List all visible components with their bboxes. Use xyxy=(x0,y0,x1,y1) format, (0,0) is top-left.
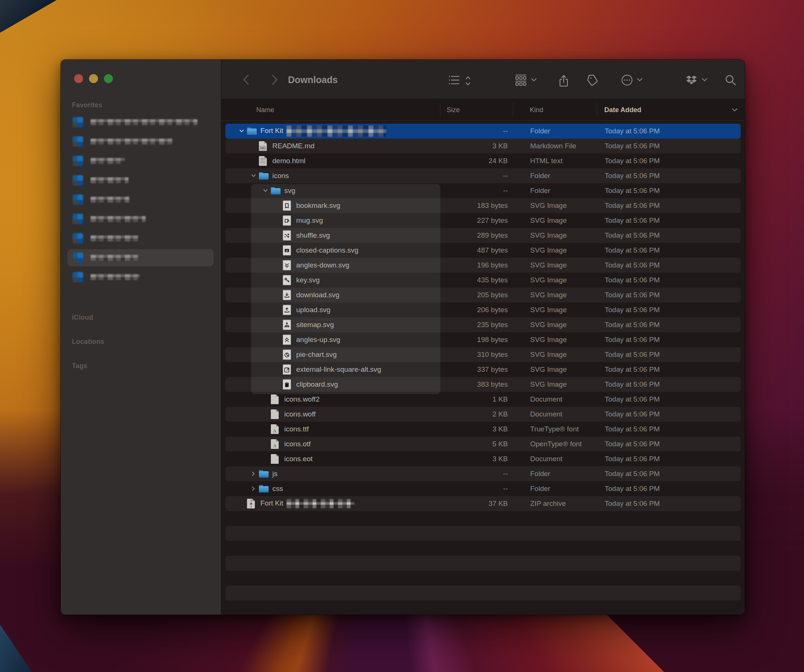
file-name: icons.eot xyxy=(284,455,312,463)
sidebar-item-favorite[interactable] xyxy=(61,152,221,170)
file-kind: HTML text xyxy=(530,157,562,165)
list-view-sort-chevrons[interactable] xyxy=(465,75,471,86)
empty-row-stripe xyxy=(226,586,741,600)
file-kind: SVG Image xyxy=(530,202,567,210)
file-row[interactable]: svg--FolderToday at 5:06 PM xyxy=(226,183,741,198)
file-row[interactable]: Fort Kit37 KBZIP archiveToday at 5:06 PM xyxy=(226,496,741,511)
sidebar-item-favorite[interactable] xyxy=(61,191,221,208)
dropbox-icon[interactable] xyxy=(685,74,698,86)
folder-icon xyxy=(259,172,269,179)
sidebar-item-favorite[interactable] xyxy=(61,172,221,189)
file-name: icons.otf xyxy=(284,440,311,448)
file-row[interactable]: external-link-square-alt.svg337 bytesSVG… xyxy=(226,362,741,377)
close-button[interactable] xyxy=(74,74,83,83)
file-row[interactable]: icons.eot3 KBDocumentToday at 5:06 PM xyxy=(226,452,741,466)
svg-download-icon xyxy=(283,290,291,300)
sidebar-section-locations: Locations xyxy=(72,338,104,346)
sidebar-item-favorite[interactable] xyxy=(61,230,221,247)
file-date-added: Today at 5:06 PM xyxy=(605,187,660,195)
file-size: 198 bytes xyxy=(477,336,508,344)
column-header-size[interactable]: Size xyxy=(447,106,460,114)
group-by-button[interactable] xyxy=(514,74,528,86)
column-header-kind[interactable]: Kind xyxy=(530,106,543,114)
forward-button[interactable] xyxy=(269,72,280,87)
sidebar-item-favorite[interactable] xyxy=(61,210,221,228)
svg-extlink-icon xyxy=(283,365,291,375)
svg-mug-icon xyxy=(283,216,291,226)
file-row[interactable]: CCclosed-captions.svg487 bytesSVG ImageT… xyxy=(226,243,741,258)
disclosure-collapsed-icon[interactable] xyxy=(251,472,257,476)
file-row[interactable]: Fort Kit--FolderToday at 5:06 PM xyxy=(226,124,741,139)
file-date-added: Today at 5:06 PM xyxy=(605,261,660,269)
file-row[interactable]: pie-chart.svg310 bytesSVG ImageToday at … xyxy=(226,347,741,362)
file-kind: Document xyxy=(530,410,562,418)
column-separator[interactable] xyxy=(597,103,597,117)
sidebar-item-favorite[interactable] xyxy=(61,249,221,266)
disclosure-collapsed-icon[interactable] xyxy=(251,487,257,491)
window-title: Downloads xyxy=(288,75,338,85)
column-separator[interactable] xyxy=(440,103,440,117)
file-row[interactable]: sitemap.svg235 bytesSVG ImageToday at 5:… xyxy=(226,317,741,332)
file-row[interactable]: shuffle.svg289 bytesSVG ImageToday at 5:… xyxy=(226,228,741,243)
list-view-button[interactable] xyxy=(448,74,461,86)
finder-window: Favorites iCloud Locations Tags Download… xyxy=(61,60,745,615)
share-button[interactable] xyxy=(557,74,570,88)
file-row[interactable]: angles-up.svg198 bytesSVG ImageToday at … xyxy=(226,332,741,347)
sidebar-item-favorite[interactable] xyxy=(61,114,221,131)
minimize-button[interactable] xyxy=(89,74,98,83)
file-kind: SVG Image xyxy=(530,246,567,254)
sidebar-item-favorite[interactable] xyxy=(61,269,221,286)
sort-direction-chevron-icon[interactable] xyxy=(731,107,739,112)
column-separator[interactable] xyxy=(513,103,513,117)
file-date-added: Today at 5:06 PM xyxy=(605,365,660,374)
file-row[interactable]: icons.woff2 KBDocumentToday at 5:06 PM xyxy=(226,407,741,422)
sidebar-section-tags: Tags xyxy=(72,362,87,370)
disclosure-expanded-icon[interactable] xyxy=(263,189,268,193)
file-row[interactable]: css--FolderToday at 5:06 PM xyxy=(226,481,741,496)
dropbox-chevron[interactable] xyxy=(701,77,708,82)
file-size: 24 KB xyxy=(489,157,508,165)
zoom-button[interactable] xyxy=(104,74,113,83)
file-row[interactable]: clipboard.svg383 bytesSVG ImageToday at … xyxy=(226,377,741,392)
file-size: -- xyxy=(503,127,508,135)
file-date-added: Today at 5:06 PM xyxy=(605,202,660,210)
more-actions-chevron[interactable] xyxy=(636,77,643,82)
tag-button[interactable] xyxy=(587,74,599,86)
file-row[interactable]: Aicons.ttf3 KBTrueType® fontToday at 5:0… xyxy=(226,422,741,437)
file-row[interactable]: js--FolderToday at 5:06 PM xyxy=(226,466,741,481)
file-row[interactable]: upload.svg206 bytesSVG ImageToday at 5:0… xyxy=(226,302,741,317)
search-icon[interactable] xyxy=(724,74,737,86)
file-size: 310 bytes xyxy=(477,351,508,359)
file-row[interactable]: demo.html24 KBHTML textToday at 5:06 PM xyxy=(226,153,741,168)
file-name: shuffle.svg xyxy=(296,231,330,240)
file-row[interactable]: bookmark.svg183 bytesSVG ImageToday at 5… xyxy=(226,198,741,213)
disclosure-expanded-icon[interactable] xyxy=(251,174,257,178)
file-kind: TrueType® font xyxy=(530,425,579,433)
file-name: clipboard.svg xyxy=(296,380,338,388)
file-date-added: Today at 5:06 PM xyxy=(605,380,660,388)
file-row[interactable]: key.svg435 bytesSVG ImageToday at 5:06 P… xyxy=(226,273,741,287)
back-button[interactable] xyxy=(241,72,252,87)
file-kind: Folder xyxy=(530,127,550,135)
group-by-chevron[interactable] xyxy=(531,77,537,82)
file-date-added: Today at 5:06 PM xyxy=(605,395,660,403)
disclosure-expanded-icon[interactable] xyxy=(239,129,244,133)
more-actions-button[interactable] xyxy=(621,74,633,86)
column-header-name[interactable]: Name xyxy=(257,106,274,114)
finder-main: Downloads xyxy=(221,60,745,615)
file-row[interactable]: icons--FolderToday at 5:06 PM xyxy=(226,168,741,183)
file-row[interactable]: Aicons.otf5 KBOpenType® fontToday at 5:0… xyxy=(226,437,741,452)
file-row[interactable]: icons.woff21 KBDocumentToday at 5:06 PM xyxy=(226,392,741,407)
file-size: 1 KB xyxy=(492,395,508,403)
file-row[interactable]: mug.svg227 bytesSVG ImageToday at 5:06 P… xyxy=(226,213,741,228)
file-date-added: Today at 5:06 PM xyxy=(605,276,660,284)
sidebar-item-favorite[interactable] xyxy=(61,133,221,150)
file-row[interactable]: MDREADME.md3 KBMarkdown FileToday at 5:0… xyxy=(226,139,741,153)
file-row[interactable]: download.svg205 bytesSVG ImageToday at 5… xyxy=(226,287,741,302)
file-name: download.svg xyxy=(296,291,340,299)
column-header-date-added[interactable]: Date Added xyxy=(604,106,641,114)
file-name: key.svg xyxy=(296,276,320,284)
file-kind: Folder xyxy=(530,187,550,195)
file-date-added: Today at 5:06 PM xyxy=(605,440,660,448)
file-row[interactable]: angles-down.svg196 bytesSVG ImageToday a… xyxy=(226,258,741,273)
